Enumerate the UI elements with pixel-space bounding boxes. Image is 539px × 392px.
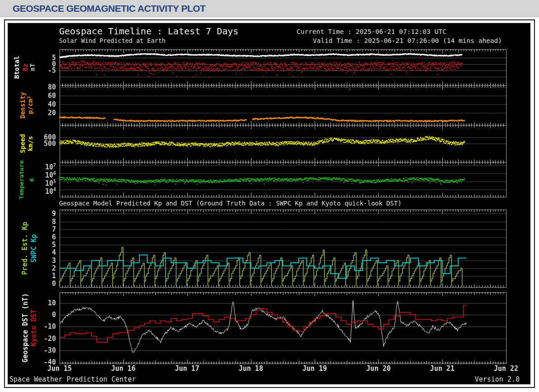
y-tick-label: 80 — [28, 83, 56, 91]
axis-label-geospace-dst-nt: Geospace DST (nT) — [21, 293, 29, 363]
y-tick-label: 1 — [28, 272, 56, 280]
x-tick-label: Jun 18 — [231, 364, 271, 373]
chart-title: Geospace Timeline : Latest 7 Days — [59, 26, 238, 37]
y-tick-label: 8 — [28, 218, 56, 226]
y-tick-label: 7 — [28, 225, 56, 233]
x-tick-label: Jun 21 — [422, 364, 463, 373]
axis-label-kyoto-dst: Kyoto DST — [30, 309, 38, 346]
axis-label-pred-est-kp: Pred. Est. Kp — [21, 222, 29, 275]
axis-label-km-s: km/s — [27, 136, 34, 151]
axis-label-bz: Bz — [22, 64, 29, 71]
current-time-label: Current Time : 2025-06-21 07:12:03 UTC — [297, 28, 446, 35]
y-tick-label: -30 — [28, 346, 56, 355]
page-header: GEOSPACE GEOMAGNETIC ACTIVITY PLOT — [0, 0, 539, 17]
axis-label-swpc-kp: SWPC Kp — [30, 234, 38, 262]
axis-label-temperature: Temperature — [18, 160, 25, 199]
x-tick-label: Jun 19 — [294, 364, 335, 373]
x-tick-label: Jun 16 — [103, 364, 144, 373]
axis-label-speed: Speed — [19, 134, 26, 153]
y-tick-label: 104 — [28, 186, 56, 194]
axis-label-k: K — [28, 178, 35, 182]
y-tick-label: 106 — [28, 169, 56, 177]
y-tick-label: 2 — [28, 264, 56, 272]
x-tick-label: Jun 20 — [358, 364, 399, 373]
x-tick-label: Jun 22 — [486, 364, 526, 373]
page: GEOSPACE GEOMAGNETIC ACTIVITY PLOT Geosp… — [0, 0, 539, 388]
axis-label-density: Density — [19, 92, 26, 118]
valid-time-label: Valid Time : 2025-06-21 07:26:00 (14 min… — [313, 37, 502, 44]
axis-label-nt: nT — [29, 64, 36, 71]
footer-credit: Space Weather Prediction Center — [9, 375, 136, 383]
y-tick-label: 107 — [28, 161, 56, 169]
axis-label-p-cm: p/cm3 — [27, 96, 34, 114]
kp-dst-section-title: Geospace Model Predicted Kp and DST (Gro… — [59, 200, 402, 207]
y-tick-label: 10 — [28, 299, 56, 307]
x-tick-label: Jun 17 — [167, 364, 208, 373]
plot-area: Geospace Timeline : Latest 7 Days Solar … — [8, 23, 530, 384]
y-tick-label: 9 — [28, 210, 56, 218]
axis-label-btotal: Btotal — [13, 56, 20, 79]
plot-frame: Geospace Timeline : Latest 7 Days Solar … — [4, 19, 535, 388]
x-tick-label: Jun 15 — [39, 364, 80, 373]
page-title: GEOSPACE GEOMAGNETIC ACTIVITY PLOT — [13, 3, 205, 14]
footer-version: Version 2.0 — [475, 375, 520, 383]
solar-wind-section-title: Solar Wind Predicted at Earth — [59, 37, 166, 44]
y-tick-label: 0 — [28, 280, 56, 288]
